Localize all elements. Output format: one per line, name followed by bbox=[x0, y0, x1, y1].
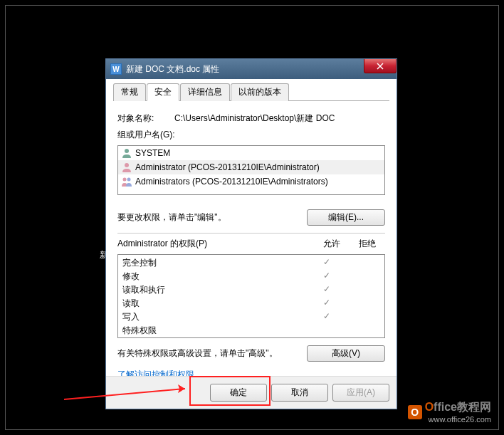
permission-name: 完全控制 bbox=[122, 257, 309, 269]
tab-previous-versions[interactable]: 以前的版本 bbox=[231, 83, 289, 101]
dialog-body: 常规 安全 详细信息 以前的版本 对象名称: C:\Users\Administ… bbox=[106, 79, 397, 391]
svg-line-4 bbox=[64, 389, 185, 399]
user-icon bbox=[121, 147, 132, 159]
svg-point-1 bbox=[125, 163, 129, 167]
allow-check: ✓ bbox=[309, 271, 345, 283]
object-name-row: 对象名称: C:\Users\Administrator\Desktop\新建 … bbox=[117, 112, 385, 125]
user-name: SYSTEM bbox=[135, 148, 170, 158]
separator bbox=[117, 233, 385, 234]
group-icon bbox=[121, 176, 132, 187]
permission-name: 读取 bbox=[122, 298, 309, 310]
user-name: Administrator (PCOS-20131210IE\Administr… bbox=[135, 162, 320, 172]
user-name: Administrators (PCOS-20131210IE\Administ… bbox=[135, 177, 328, 187]
list-item[interactable]: Administrator (PCOS-20131210IE\Administr… bbox=[118, 160, 384, 174]
advanced-text: 有关特殊权限或高级设置，请单击"高级"。 bbox=[117, 347, 307, 360]
svg-point-0 bbox=[125, 149, 129, 153]
ok-button[interactable]: 确定 bbox=[210, 384, 267, 402]
permission-row: 写入 ✓ bbox=[122, 310, 380, 324]
permissions-for-label: Administrator 的权限(P) bbox=[117, 238, 314, 250]
user-list[interactable]: SYSTEM Administrator (PCOS-20131210IE\Ad… bbox=[117, 145, 385, 195]
properties-dialog: W 新建 DOC 文档.doc 属性 常规 安全 详细信息 以前的版本 对象名称… bbox=[105, 58, 397, 409]
permission-row: 特殊权限 bbox=[122, 324, 380, 337]
allow-check bbox=[309, 325, 345, 337]
watermark-brand: Office教程网 bbox=[425, 401, 491, 413]
permission-row: 读取 ✓ bbox=[122, 297, 380, 310]
change-permissions-text: 要更改权限，请单击"编辑"。 bbox=[117, 211, 226, 224]
watermark-url: www.office26.com bbox=[425, 415, 491, 424]
tab-strip: 常规 安全 详细信息 以前的版本 bbox=[113, 83, 389, 101]
permission-row: 读取和执行 ✓ bbox=[122, 283, 380, 297]
dialog-title: 新建 DOC 文档.doc 属性 bbox=[126, 63, 219, 75]
permission-name: 修改 bbox=[122, 271, 309, 283]
permission-row: 完全控制 ✓ bbox=[122, 256, 380, 270]
permission-name: 写入 bbox=[122, 311, 309, 323]
tab-details[interactable]: 详细信息 bbox=[180, 83, 230, 101]
object-name-value: C:\Users\Administrator\Desktop\新建 DOC bbox=[174, 112, 385, 125]
advanced-button[interactable]: 高级(V) bbox=[307, 345, 385, 362]
svg-point-2 bbox=[123, 178, 127, 182]
watermark-logo-icon: O bbox=[408, 405, 422, 419]
apply-button[interactable]: 应用(A) bbox=[332, 384, 389, 402]
change-permissions-row: 要更改权限，请单击"编辑"。 编辑(E)... bbox=[117, 209, 385, 226]
permission-row: 修改 ✓ bbox=[122, 270, 380, 283]
object-name-label: 对象名称: bbox=[117, 112, 174, 125]
deny-header: 拒绝 bbox=[350, 238, 385, 250]
allow-check: ✓ bbox=[309, 257, 345, 269]
tab-content: 对象名称: C:\Users\Administrator\Desktop\新建 … bbox=[113, 107, 389, 387]
allow-check: ✓ bbox=[309, 284, 345, 296]
watermark: O Office教程网 www.office26.com bbox=[408, 400, 491, 424]
tab-general[interactable]: 常规 bbox=[113, 83, 146, 101]
svg-point-3 bbox=[127, 178, 131, 182]
app-icon: W bbox=[110, 63, 122, 75]
deny-check bbox=[345, 257, 380, 269]
allow-header: 允许 bbox=[314, 238, 350, 250]
permissions-header: Administrator 的权限(P) 允许 拒绝 bbox=[117, 238, 385, 250]
permissions-list: 完全控制 ✓ 修改 ✓ 读取和执行 ✓ 读取 ✓ bbox=[117, 254, 385, 338]
advanced-row: 有关特殊权限或高级设置，请单击"高级"。 高级(V) bbox=[117, 345, 385, 362]
deny-check bbox=[345, 298, 380, 310]
close-button[interactable] bbox=[364, 59, 397, 73]
list-item[interactable]: SYSTEM bbox=[118, 146, 384, 160]
user-icon bbox=[121, 162, 132, 173]
deny-check bbox=[345, 271, 380, 283]
permission-name: 特殊权限 bbox=[122, 325, 309, 337]
list-item[interactable]: Administrators (PCOS-20131210IE\Administ… bbox=[118, 174, 384, 189]
deny-check bbox=[345, 311, 380, 323]
edit-button[interactable]: 编辑(E)... bbox=[307, 209, 385, 226]
groups-label: 组或用户名(G): bbox=[117, 129, 385, 141]
close-icon bbox=[377, 63, 384, 70]
allow-check: ✓ bbox=[309, 311, 345, 323]
dialog-titlebar[interactable]: W 新建 DOC 文档.doc 属性 bbox=[106, 59, 397, 79]
deny-check bbox=[345, 325, 380, 337]
cancel-button[interactable]: 取消 bbox=[271, 384, 328, 402]
deny-check bbox=[345, 284, 380, 296]
permission-name: 读取和执行 bbox=[122, 284, 309, 296]
annotation-arrow-icon bbox=[64, 382, 192, 403]
allow-check: ✓ bbox=[309, 298, 345, 310]
tab-security[interactable]: 安全 bbox=[147, 83, 179, 101]
